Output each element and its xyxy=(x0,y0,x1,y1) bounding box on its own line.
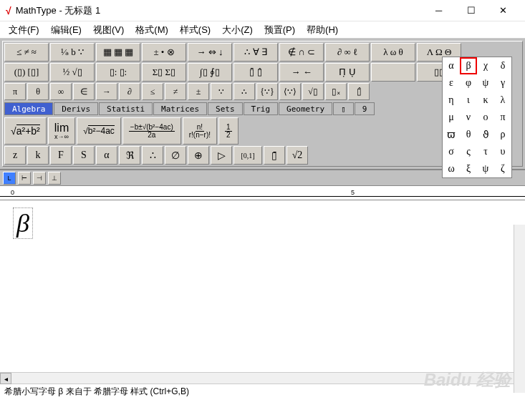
greek-ψ[interactable]: ψ xyxy=(477,160,494,177)
greek-χ[interactable]: χ xyxy=(477,57,494,74)
palette-embellish[interactable]: ▦ ▦ ▦ xyxy=(96,43,140,62)
tab-marker-icon[interactable]: L xyxy=(3,172,16,185)
palette-spaces[interactable]: ¹⁄ₐ b ∵ xyxy=(50,43,95,62)
greek-γ[interactable]: γ xyxy=(494,74,511,92)
menu-help[interactable]: 帮助(H) xyxy=(302,22,342,38)
sym-partial[interactable]: ∂ xyxy=(119,83,140,100)
sym-theta[interactable]: θ xyxy=(27,83,49,100)
sym-oplus[interactable]: ⊕ xyxy=(188,146,209,165)
sym-re[interactable]: ℜ xyxy=(119,146,140,165)
sym-k[interactable]: k xyxy=(27,146,49,165)
minimize-button[interactable]: ─ xyxy=(423,1,455,21)
scroll-left-icon[interactable]: ◂ xyxy=(0,373,11,384)
palette-bars[interactable]: ▯̄ ▯̂ xyxy=(233,63,278,82)
greek-λ[interactable]: λ xyxy=(494,92,511,109)
greek-ο[interactable]: ο xyxy=(477,109,494,126)
tab-sets[interactable]: Sets xyxy=(208,102,243,115)
sym-empty[interactable]: ∅ xyxy=(165,146,186,165)
sym-braces[interactable]: {∵} xyxy=(256,83,278,100)
greek-υ[interactable]: υ xyxy=(494,143,511,160)
menu-view[interactable]: 视图(V) xyxy=(89,22,128,38)
vertical-scrollbar[interactable] xyxy=(514,225,525,393)
menu-preset[interactable]: 预置(P) xyxy=(260,22,299,38)
sym-alpha[interactable]: α xyxy=(96,146,117,165)
greek-δ[interactable]: δ xyxy=(494,57,511,74)
sym-therefore[interactable]: ∴ xyxy=(233,83,255,100)
sym-pm[interactable]: ± xyxy=(188,83,209,100)
palette-logical[interactable]: ∴ ∀ ∃ xyxy=(233,43,278,62)
menu-file[interactable]: 文件(F) xyxy=(4,22,44,38)
palette-fractions[interactable]: ½ √▯ xyxy=(50,63,95,82)
tpl-lim[interactable]: limx→∞ xyxy=(48,117,75,145)
palette-operators[interactable]: ± • ⊗ xyxy=(142,43,186,62)
sym-bar[interactable]: ▯̄ xyxy=(264,146,285,165)
menu-size[interactable]: 大小(Z) xyxy=(218,22,257,38)
tpl-sqrt[interactable]: √a²+b² xyxy=(4,117,47,145)
palette-greek-lower[interactable]: λ ω θ xyxy=(371,43,415,62)
menu-style[interactable]: 样式(S) xyxy=(175,22,215,38)
sym-because[interactable]: ∵ xyxy=(211,83,232,100)
greek-ϖ[interactable]: ϖ xyxy=(443,126,460,143)
sym-leq[interactable]: ≤ xyxy=(142,83,163,100)
sym-sub[interactable]: ▯ₓ xyxy=(325,83,347,100)
sym-infty[interactable]: ∞ xyxy=(50,83,72,100)
greek-ω[interactable]: ω xyxy=(443,160,460,177)
greek-φ[interactable]: φ xyxy=(460,74,477,92)
palette-arrows2[interactable]: → ← xyxy=(279,63,324,82)
greek-η[interactable]: η xyxy=(443,92,460,109)
greek-ρ[interactable]: ρ xyxy=(494,126,511,143)
tpl-combination[interactable]: n!r!(n−r)! xyxy=(183,117,217,145)
sym-sqrt[interactable]: √▯ xyxy=(302,83,324,100)
greek-σ[interactable]: σ xyxy=(443,143,460,160)
close-button[interactable]: ✕ xyxy=(487,1,519,21)
sym-hat[interactable]: ▯̂ xyxy=(348,83,370,100)
tab-geometry[interactable]: Geometry xyxy=(279,102,332,115)
sym-arrow[interactable]: → xyxy=(96,83,117,100)
greek-θ[interactable]: θ xyxy=(460,126,477,143)
greek-ψ[interactable]: ψ xyxy=(477,74,494,92)
greek-ζ[interactable]: ζ xyxy=(494,160,511,177)
tab-statisti[interactable]: Statisti xyxy=(99,102,153,115)
greek-ϑ[interactable]: ϑ xyxy=(477,126,494,143)
tab-9[interactable]: 9 xyxy=(355,102,375,115)
sym-pi[interactable]: π xyxy=(4,83,26,100)
palette-fences[interactable]: (▯) [▯] xyxy=(4,63,49,82)
ruler[interactable]: 0 5 xyxy=(0,186,525,200)
sym-s[interactable]: S xyxy=(73,146,95,165)
equation-editor[interactable]: β xyxy=(0,200,525,372)
editor-content[interactable]: β xyxy=(13,207,33,239)
palette-misc[interactable]: ∂ ∞ ℓ xyxy=(325,43,370,62)
palette-arrows[interactable]: → ⇔ ↓ xyxy=(188,43,232,62)
tab-marker-3[interactable]: ⊣ xyxy=(33,172,46,185)
greek-μ[interactable]: μ xyxy=(443,109,460,126)
sym-tri[interactable]: ▷ xyxy=(211,146,232,165)
menu-edit[interactable]: 编辑(E) xyxy=(47,22,86,38)
sym-neq[interactable]: ≠ xyxy=(165,83,186,100)
palette-products[interactable]: Π̣ Ụ xyxy=(325,63,370,82)
tpl-half[interactable]: 12 xyxy=(218,117,239,145)
greek-ν[interactable]: ν xyxy=(460,109,477,126)
horizontal-scrollbar[interactable]: ◂ ▸ xyxy=(0,372,525,384)
palette-scripts[interactable]: ▯: ▯: xyxy=(96,63,140,82)
tpl-quad-formula[interactable]: −b±√(b²−4ac)2a xyxy=(122,117,181,145)
greek-β[interactable]: β xyxy=(460,57,477,74)
greek-α[interactable]: α xyxy=(443,57,460,74)
menu-format[interactable]: 格式(M) xyxy=(131,22,173,38)
palette-sums[interactable]: Σ▯ Σ▯ xyxy=(142,63,186,82)
tab-marker-2[interactable]: ⊢ xyxy=(18,172,31,185)
tab-matrices[interactable]: Matrices xyxy=(153,102,207,115)
sym-interval[interactable]: [0,1] xyxy=(233,146,262,165)
palette-set[interactable]: ∉ ∩ ⊂ xyxy=(279,43,324,62)
tpl-quad-disc[interactable]: √b²−4ac xyxy=(77,117,121,145)
tab-marker-4[interactable]: ⊥ xyxy=(48,172,61,185)
greek-τ[interactable]: τ xyxy=(477,143,494,160)
greek-κ[interactable]: κ xyxy=(477,92,494,109)
palette-integrals[interactable]: ∫▯ ∮▯ xyxy=(188,63,232,82)
maximize-button[interactable]: ☐ xyxy=(455,1,487,21)
tab-extra[interactable]: ▯ xyxy=(333,102,354,115)
sym-sqrt2[interactable]: √2 xyxy=(286,146,308,165)
sym-f[interactable]: F xyxy=(50,146,72,165)
sym-z[interactable]: z xyxy=(4,146,26,165)
greek-π[interactable]: π xyxy=(494,109,511,126)
palette-relational[interactable]: ≤ ≠ ≈ xyxy=(4,43,49,62)
